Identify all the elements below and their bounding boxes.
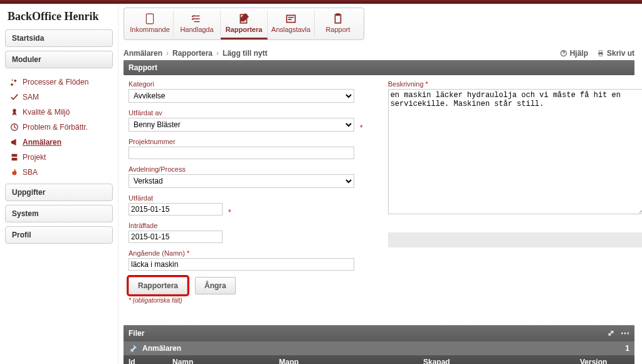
files-table-header: Id Namn Mapp Skapad Version <box>124 355 634 364</box>
label-beskrivning: Beskrivning* <box>388 80 629 88</box>
sidebar-item-label: Kvalité & Miljö <box>23 108 70 117</box>
svg-rect-2 <box>12 154 18 157</box>
tab-anslagstavla[interactable]: Anslagstavla <box>268 11 315 37</box>
pin-icon <box>129 344 137 353</box>
more-icon[interactable]: ⋯ <box>621 328 629 338</box>
help-link[interactable]: Hjälp <box>560 49 588 58</box>
tab-label: Inkommande <box>130 26 170 33</box>
main-area: Inkommande Handlagda Rapportera Anslagst… <box>118 4 642 364</box>
tab-rapportera[interactable]: Rapportera <box>221 11 268 39</box>
required-hint: * (obligatoriska fält) <box>129 297 363 304</box>
placeholder-box <box>388 232 642 247</box>
sidebar-item-problem[interactable]: Problem & Förbättr. <box>6 120 112 135</box>
avdelning-select[interactable]: Verkstad <box>129 174 354 188</box>
sidebar-item-label: Projekt <box>23 153 46 162</box>
required-mark: * <box>187 249 189 257</box>
tab-label: Rapportera <box>226 26 263 33</box>
required-mark: * <box>360 123 363 132</box>
required-mark: * <box>426 80 428 88</box>
projektnummer-input[interactable] <box>129 147 354 159</box>
sidebar-item-label: Anmälaren <box>23 138 61 147</box>
utfardat-input[interactable] <box>129 203 223 216</box>
svg-rect-3 <box>12 158 18 160</box>
nav-startsida[interactable]: Startsida <box>5 29 113 47</box>
print-icon <box>597 49 604 57</box>
col-created: Skapad <box>423 358 580 364</box>
panel-title: Rapport <box>124 60 634 75</box>
files-group-row[interactable]: Anmälaren 1 <box>124 341 634 355</box>
sidebar-item-processer[interactable]: Processer & Flöden <box>6 75 112 90</box>
help-label: Hjälp <box>570 49 588 58</box>
nav-profil[interactable]: Profil <box>5 226 113 244</box>
cancel-button[interactable]: Ångra <box>195 277 236 294</box>
sidebar-item-anmalaren[interactable]: Anmälaren <box>6 135 112 150</box>
tab-handlagda[interactable]: Handlagda <box>174 11 221 37</box>
app-title: BackOffice Henrik <box>8 10 113 23</box>
label-projektnummer: Projektnummer <box>129 138 363 145</box>
cabinet-icon <box>10 153 19 162</box>
clock-icon <box>10 123 19 132</box>
flame-icon <box>10 168 19 177</box>
sidebar-item-label: SAM <box>23 93 39 101</box>
label-avdelning: Avdelning/Process <box>129 165 363 173</box>
ribbon-icon <box>10 108 19 117</box>
module-list: Processer & Flöden SAM Kvalité & Miljö P… <box>5 72 113 184</box>
topright-actions: Hjälp Skriv ut <box>560 49 634 58</box>
intraffade-input[interactable] <box>129 231 223 243</box>
svg-rect-11 <box>599 51 603 53</box>
sidebar-item-sba[interactable]: SBA <box>6 165 112 180</box>
list-check-icon <box>191 13 203 24</box>
svg-rect-7 <box>335 14 341 23</box>
utfardat-av-select[interactable]: Benny Bläster <box>129 118 354 132</box>
beskrivning-textarea[interactable] <box>388 89 642 214</box>
sidebar: BackOffice Henrik Startsida Moduler Proc… <box>0 4 118 364</box>
col-folder: Mapp <box>279 358 423 364</box>
label-kategori: Kategori <box>129 80 363 88</box>
bullhorn-icon <box>10 138 19 147</box>
col-name: Namn <box>172 358 279 364</box>
submit-button[interactable]: Rapportera <box>129 277 187 294</box>
clipboard-icon <box>332 13 344 24</box>
sidebar-item-label: Processer & Flöden <box>23 78 88 86</box>
svg-rect-4 <box>146 14 153 24</box>
files-group-count: 1 <box>625 344 629 353</box>
sidebar-item-sam[interactable]: SAM <box>6 90 112 105</box>
nav-uppgifter[interactable]: Uppgifter <box>5 184 113 201</box>
svg-rect-6 <box>287 15 295 22</box>
kategori-select[interactable]: Avvikelse <box>129 89 354 103</box>
nav-moduler[interactable]: Moduler <box>5 51 113 68</box>
svg-point-0 <box>13 109 16 112</box>
crumb[interactable]: Anmälaren <box>124 49 162 58</box>
label-intraffade: Inträffade <box>129 222 363 229</box>
check-icon <box>10 93 19 101</box>
tab-rapport[interactable]: Rapport <box>315 11 361 37</box>
crumb[interactable]: Rapportera <box>172 49 213 58</box>
files-section: Filer ⤢ ⋯ Anmälaren 1 Id Namn Mapp Skapa… <box>124 325 634 364</box>
col-version: Version <box>580 358 629 364</box>
files-title: Filer <box>129 329 144 338</box>
tab-label: Anslagstavla <box>271 26 310 33</box>
svg-rect-8 <box>337 14 340 15</box>
angaende-input[interactable] <box>129 258 354 271</box>
expand-icon[interactable]: ⤢ <box>608 328 614 338</box>
required-mark: * <box>228 208 231 217</box>
edit-icon <box>238 13 250 24</box>
sidebar-item-label: SBA <box>23 168 38 177</box>
sidebar-item-projekt[interactable]: Projekt <box>6 150 112 165</box>
print-link[interactable]: Skriv ut <box>597 49 634 58</box>
tab-inkommande[interactable]: Inkommande <box>127 11 174 37</box>
crumb-sep: › <box>216 49 219 58</box>
help-icon <box>560 49 567 57</box>
print-label: Skriv ut <box>607 49 634 58</box>
files-group-title: Anmälaren <box>142 344 181 353</box>
svg-rect-12 <box>599 55 603 56</box>
sidebar-item-label: Problem & Förbättr. <box>23 123 88 132</box>
breadcrumb: Anmälaren › Rapportera › Lägg till nytt <box>124 49 267 58</box>
label-utfardat: Utfärdat <box>129 194 363 202</box>
nav-system[interactable]: System <box>5 205 113 222</box>
report-form: Kategori Avvikelse Utfärdat av Benny Blä… <box>124 75 634 308</box>
col-id: Id <box>129 358 172 364</box>
sidebar-item-kvalite[interactable]: Kvalité & Miljö <box>6 105 112 120</box>
tab-label: Handlagda <box>180 26 213 33</box>
sheet-icon <box>144 13 155 24</box>
